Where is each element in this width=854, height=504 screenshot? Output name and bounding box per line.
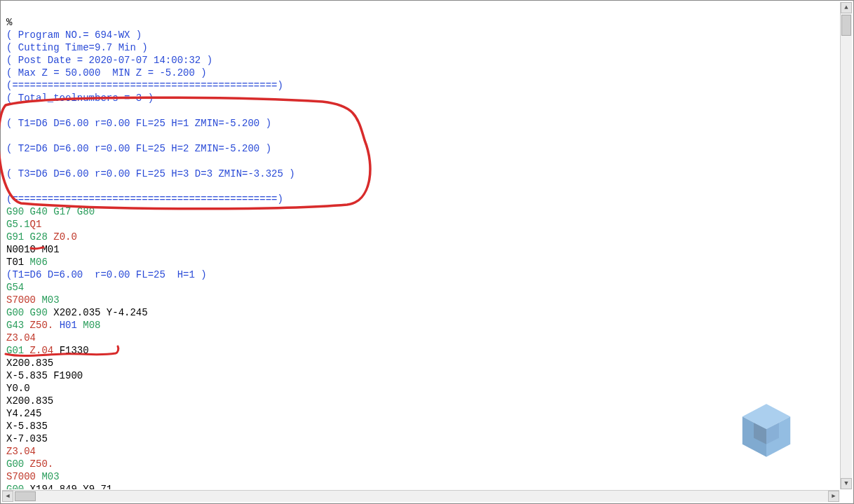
chevron-up-icon: ▲ xyxy=(844,5,848,11)
g90: G90 xyxy=(6,206,24,217)
h01: H01 xyxy=(53,320,77,331)
comment-tool-1: ( T1=D6 D=6.00 r=0.00 FL=25 H=1 ZMIN=-5.… xyxy=(6,118,271,129)
scroll-down-button[interactable]: ▼ xyxy=(841,478,852,489)
comment-tool-3: ( T3=D6 D=6.00 r=0.00 FL=25 H=3 D=3 ZMIN… xyxy=(6,168,295,179)
code-editor-viewport[interactable]: % ( Program NO.= 694-WX ) ( Cutting Time… xyxy=(2,2,839,489)
g80: G80 xyxy=(71,206,95,217)
comment-t1-inline: (T1=D6 D=6.00 r=0.00 FL=25 H=1 ) xyxy=(6,269,207,280)
comment-tool-2: ( T2=D6 D=6.00 r=0.00 FL=25 H=2 ZMIN=-5.… xyxy=(6,143,271,154)
horizontal-scrollbar[interactable]: ◀ ▶ xyxy=(2,490,839,502)
g40: G40 xyxy=(24,206,48,217)
vertical-scrollbar[interactable]: ▲ ▼ xyxy=(840,2,852,489)
y4-245: Y4.245 xyxy=(6,408,41,419)
g90-2: G90 xyxy=(24,307,48,318)
x202: X202.035 xyxy=(48,307,101,318)
g00: G00 xyxy=(6,307,24,318)
g5-1: G5.1 xyxy=(6,219,30,230)
comment-program-no: ( Program NO.= 694-WX ) xyxy=(6,29,142,41)
comment-max-z: ( Max Z = 50.000 MIN Z = -5.200 ) xyxy=(6,67,207,79)
x-5-835b: X-5.835 xyxy=(6,421,48,432)
x200-835: X200.835 xyxy=(6,357,53,369)
comment-separator: (=======================================… xyxy=(6,80,283,91)
comment-total-tools: ( Total_toolnumbers = 3 ) xyxy=(6,93,154,104)
g01: G01 xyxy=(6,345,24,356)
g43: G43 xyxy=(6,320,24,331)
z50b: Z50. xyxy=(24,458,53,470)
horizontal-scroll-thumb[interactable] xyxy=(15,491,36,501)
gcode-listing: % ( Program NO.= 694-WX ) ( Cutting Time… xyxy=(2,2,839,489)
chevron-down-icon: ▼ xyxy=(844,481,848,487)
chevron-left-icon: ◀ xyxy=(6,493,9,500)
chevron-right-icon: ▶ xyxy=(832,493,835,500)
s7000b: S7000 xyxy=(6,471,36,482)
percent-sign: % xyxy=(6,17,12,28)
comment-cutting-time: ( Cutting Time=9.7 Min ) xyxy=(6,42,148,53)
z-04: Z.04 xyxy=(24,345,53,356)
y0: Y0.0 xyxy=(6,383,30,394)
scroll-up-button[interactable]: ▲ xyxy=(841,2,852,13)
z0: Z0.0 xyxy=(48,231,77,243)
g91: G91 xyxy=(6,231,24,243)
t01: T01 xyxy=(6,257,24,268)
code-editor-frame: % ( Program NO.= 694-WX ) ( Cutting Time… xyxy=(0,0,854,504)
x-5-835: X-5.835 xyxy=(6,370,48,381)
m03: M03 xyxy=(36,294,60,306)
f1900: F1900 xyxy=(48,370,83,381)
g00c: G00 xyxy=(6,484,24,489)
z3-04: Z3.04 xyxy=(6,332,36,343)
scroll-left-button[interactable]: ◀ xyxy=(2,491,13,502)
g00b: G00 xyxy=(6,458,24,470)
x-7-035: X-7.035 xyxy=(6,433,48,444)
y9-71: Y9.71 xyxy=(77,484,112,489)
q1: Q1 xyxy=(30,219,42,230)
g28: G28 xyxy=(24,231,48,243)
g54: G54 xyxy=(6,282,24,293)
comment-post-date: ( Post Date = 2020-07-07 14:00:32 ) xyxy=(6,55,212,66)
x200-835b: X200.835 xyxy=(6,395,53,407)
m03b: M03 xyxy=(36,471,60,482)
s7000: S7000 xyxy=(6,294,36,306)
z3-04b: Z3.04 xyxy=(6,446,36,457)
g17: G17 xyxy=(48,206,72,217)
n0010-m01: N0010 M01 xyxy=(6,244,60,255)
f1330: F1330 xyxy=(53,345,88,356)
y-4: Y-4.245 xyxy=(100,307,147,318)
z50: Z50. xyxy=(24,320,53,331)
vertical-scroll-thumb[interactable] xyxy=(841,15,851,36)
m06: M06 xyxy=(24,257,48,268)
comment-separator-2: (=======================================… xyxy=(6,193,283,205)
x194: X194.849 xyxy=(24,484,77,489)
scroll-right-button[interactable]: ▶ xyxy=(828,491,839,502)
m08: M08 xyxy=(77,320,101,331)
